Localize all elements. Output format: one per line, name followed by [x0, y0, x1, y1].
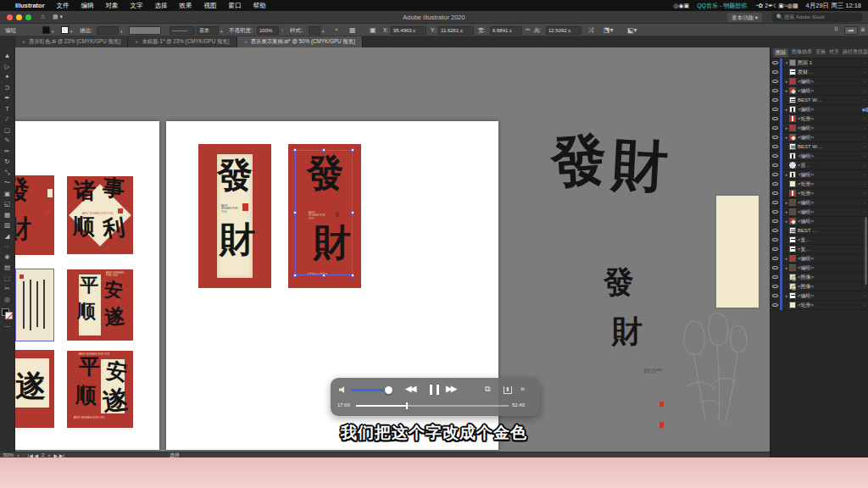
visibility-toggle-icon[interactable]	[772, 182, 778, 186]
pasteboard-artwork[interactable]: 發 財 發 財 BEST WISHES FOR YOU	[542, 115, 770, 452]
target-circle-icon[interactable]: ◦	[864, 153, 865, 158]
tool-button-pencil-tool[interactable]: ✏	[2, 147, 14, 158]
panel-tab[interactable]: 图像描摹	[792, 48, 812, 58]
menubar-item[interactable]: 视图	[204, 2, 217, 9]
stroke-carat[interactable]: ▾	[70, 29, 73, 34]
document-tab[interactable]: ×喜庆红色.ai @ 23% (CMYK/GPU 预览)	[15, 36, 128, 47]
tool-button-eyedropper-tool[interactable]: ◢	[2, 231, 14, 242]
layer-row[interactable]: <矩形> ◦	[771, 189, 868, 198]
menubar-item[interactable]: 文字	[131, 2, 143, 9]
status-icon-tv-box-icon[interactable]: ▣	[684, 3, 690, 8]
line-style-dropdown[interactable]: 基本	[197, 26, 219, 35]
layer-row[interactable]: <矩形> ◦	[771, 301, 868, 310]
selection-handle[interactable]	[293, 148, 297, 152]
preferences-grid-icon[interactable]: ▦	[349, 26, 356, 34]
target-circle-icon[interactable]: ◦	[864, 191, 865, 196]
status-icon-paw-icon[interactable]: ✿ 2	[758, 3, 768, 8]
visibility-toggle-icon[interactable]	[772, 266, 778, 269]
target-circle-icon[interactable]: ◦	[864, 88, 865, 93]
close-tab-icon[interactable]: ×	[244, 39, 248, 45]
stroke-weight-carat[interactable]: ▾	[120, 29, 123, 34]
target-circle-icon[interactable]: ◦	[864, 69, 865, 75]
menubar-item[interactable]: 效果	[180, 2, 192, 9]
stroke-weight-field[interactable]	[97, 26, 119, 35]
document-setup-icon[interactable]: ◔	[334, 26, 338, 34]
panel-tab[interactable]: 图层	[773, 48, 788, 58]
cream-rectangle[interactable]	[716, 196, 759, 308]
visibility-toggle-icon[interactable]	[772, 229, 778, 232]
tool-button-slice-tool[interactable]: ✂	[2, 284, 14, 295]
selection-bounding-box[interactable]	[295, 150, 353, 275]
small-red-mark[interactable]	[659, 402, 664, 407]
transform-icon[interactable]: ⤨	[588, 26, 593, 35]
layer-row[interactable]: ▸ <编组> ◦	[771, 170, 868, 180]
status-icon-display-icon[interactable]: ▣	[778, 3, 784, 8]
layer-row[interactable]: <图像> ◦	[771, 273, 868, 282]
layer-row[interactable]: <编组> ◦	[771, 152, 868, 161]
panel-tab[interactable]: 变换	[815, 48, 826, 58]
layer-row[interactable]: <复… ◦	[771, 236, 868, 245]
poster-facai-partial[interactable]: 發 財	[15, 175, 54, 255]
tool-button-line-tool[interactable]: ∕	[2, 114, 14, 125]
selection-handle[interactable]	[351, 211, 354, 214]
target-circle-icon[interactable]: ◦	[864, 144, 865, 149]
tool-button-direct-selection-tool[interactable]: ▷	[2, 62, 14, 73]
opacity-field[interactable]: 100%	[257, 26, 279, 35]
layer-row[interactable]: <矩形> ◦	[771, 114, 868, 124]
layer-row[interactable]: <复… ◦	[771, 245, 868, 254]
layer-row[interactable]: ▸ <编组> ◉	[771, 105, 868, 114]
y-field[interactable]: 11.6261 c	[438, 26, 474, 35]
visibility-toggle-icon[interactable]	[772, 210, 778, 214]
target-circle-icon[interactable]: ◦	[864, 163, 865, 168]
tool-button-free-transform-tool[interactable]: ▣	[2, 189, 14, 200]
playhead[interactable]	[406, 402, 408, 409]
visibility-toggle-icon[interactable]	[772, 303, 778, 307]
tool-button-graph-tool[interactable]: ▤	[2, 263, 14, 274]
visibility-toggle-icon[interactable]	[772, 80, 778, 83]
visibility-toggle-icon[interactable]	[772, 238, 778, 241]
visibility-toggle-icon[interactable]	[772, 98, 778, 102]
visibility-toggle-icon[interactable]	[772, 117, 778, 120]
layer-row[interactable]: ▸ <编组> ◦	[771, 77, 868, 86]
style-swatch[interactable]	[309, 26, 320, 35]
layer-row[interactable]: <剪… ◦	[771, 161, 868, 170]
layer-row[interactable]: ▸ <编组> ◦	[771, 291, 868, 301]
menubar-item[interactable]: 窗口	[229, 2, 242, 9]
line-style-carat[interactable]: ▾	[220, 29, 223, 34]
target-circle-icon[interactable]: ◉	[862, 107, 865, 112]
tool-button-zoom-tool[interactable]: ◎	[2, 295, 14, 306]
more-controls-icon[interactable]: »	[520, 385, 525, 393]
target-circle-icon[interactable]: ◦	[864, 79, 865, 84]
x-field[interactable]: 95.4963 c	[391, 26, 426, 35]
visibility-toggle-icon[interactable]	[772, 285, 778, 288]
adobe-stock-search-input[interactable]: 🔍 搜索 Adobe Stock	[771, 13, 863, 22]
close-tab-icon[interactable]: ×	[22, 39, 25, 45]
tool-button-shape-builder-tool[interactable]: ◱	[2, 199, 14, 210]
visibility-toggle-icon[interactable]	[772, 294, 778, 297]
menubar-item[interactable]: 帮助	[253, 2, 266, 9]
tool-button-gradient-tool[interactable]: ▥	[2, 220, 14, 231]
target-circle-icon[interactable]: ◦	[864, 181, 865, 186]
visibility-toggle-icon[interactable]	[772, 191, 778, 195]
tool-button-type-tool[interactable]: T	[2, 104, 14, 115]
selection-handle[interactable]	[293, 211, 297, 214]
panel-scrollbar[interactable]	[865, 217, 867, 285]
panel-tab[interactable]: 对齐	[829, 48, 839, 58]
layer-row[interactable]: BEST W… ◦	[771, 96, 868, 105]
layer-row[interactable]: ▾ 图层 1 ◦	[771, 58, 868, 68]
tool-button-magic-wand-tool[interactable]: ✦	[2, 72, 14, 83]
visibility-toggle-icon[interactable]	[772, 108, 778, 111]
width-field[interactable]: 6.6841 c	[490, 26, 522, 35]
tool-button-scale-tool[interactable]: ⤡	[2, 168, 14, 179]
status-icon-input-source-icon[interactable]: ▩	[793, 3, 798, 8]
visibility-toggle-icon[interactable]	[772, 154, 778, 158]
menubar-item[interactable]: 选择	[155, 2, 168, 9]
speaker-icon[interactable]	[339, 386, 346, 393]
visibility-toggle-icon[interactable]	[772, 275, 778, 279]
selection-handle[interactable]	[322, 148, 326, 152]
poster-facai-cream-strip[interactable]: 發 BEST WISHES FOR YOU 財	[198, 144, 271, 288]
poster-letter-partial[interactable]	[15, 269, 54, 341]
layer-row[interactable]: ▸ <编组> ◦	[771, 198, 868, 208]
target-circle-icon[interactable]: ◦	[864, 209, 865, 214]
poster-facai-selected[interactable]: 發 BEST WISHES FOR YOU 財 恭喜发财 恭喜发财	[288, 144, 361, 288]
